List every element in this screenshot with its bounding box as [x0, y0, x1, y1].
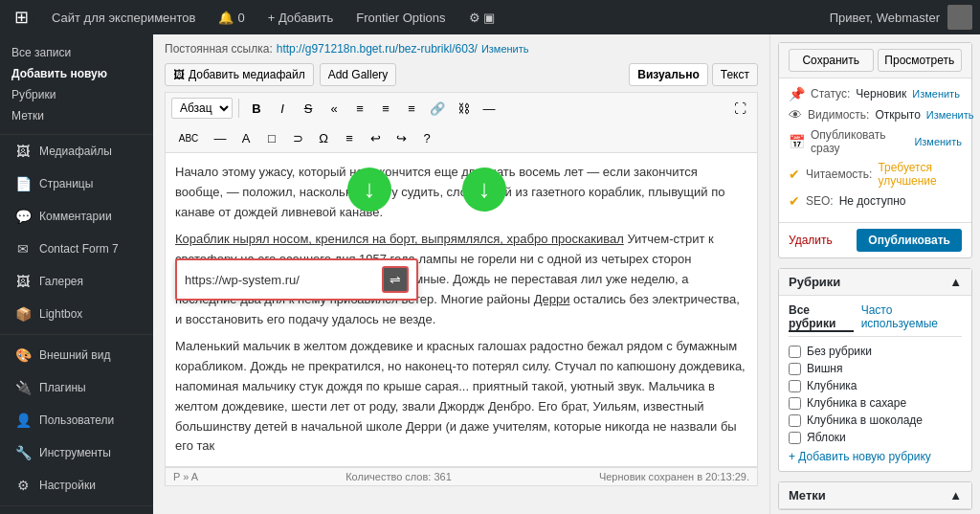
preview-button[interactable]: Просмотреть — [878, 49, 963, 72]
paragraph-select[interactable]: Абзац — [171, 98, 233, 119]
user-avatar[interactable] — [947, 5, 972, 30]
permalink-bar: Постоянная ссылка: http://g971218n.bget.… — [165, 42, 758, 56]
text-tab[interactable]: Текст — [712, 63, 758, 86]
help-button[interactable]: ? — [415, 126, 438, 149]
add-category-link[interactable]: Добавить новую рубрику — [789, 450, 962, 463]
publish-box: Сохранить Просмотреть 📌 Статус: Черновик… — [778, 42, 972, 258]
toolbar-icons[interactable]: ⚙ ▣ — [463, 11, 501, 25]
sidebar-item-media[interactable]: 🖼 Медиафайлы — [0, 135, 153, 168]
contact-form-icon: ✉ — [14, 240, 32, 257]
cat-checkbox-strawberry[interactable] — [789, 380, 801, 392]
permalink-change[interactable]: Изменить — [481, 43, 529, 55]
link-edit-button[interactable]: ⇌ — [382, 266, 409, 293]
add-new[interactable]: + Добавить — [262, 11, 340, 25]
seo-label: SEO: — [806, 194, 834, 208]
add-gallery-button[interactable]: Add Gallery — [320, 63, 397, 86]
format-button[interactable]: ABC — [171, 126, 206, 149]
paste-word-button[interactable]: ⊃ — [286, 126, 309, 149]
settings-icon: ⚙ — [14, 477, 32, 494]
status-change[interactable]: Изменить — [912, 88, 960, 100]
sidebar-link-tags[interactable]: Метки — [0, 105, 153, 126]
tags-collapse-icon: ▲ — [949, 488, 962, 503]
special-char-button[interactable]: Ω — [312, 126, 335, 149]
publish-date-change[interactable]: Изменить — [914, 136, 962, 147]
cat-item-cherry[interactable]: Вишня — [789, 362, 962, 375]
sidebar-item-gallery[interactable]: 🖼 Галерея — [0, 265, 153, 298]
cat-checkbox-cherry[interactable] — [789, 363, 801, 375]
sidebar-item-appearance[interactable]: 🎨 Внешний вид — [0, 339, 153, 371]
add-media-button[interactable]: 🖼 Добавить медиафайл — [165, 63, 314, 86]
pages-icon: 📄 — [14, 175, 32, 192]
sidebar-item-pages[interactable]: 📄 Страницы — [0, 168, 153, 200]
sidebar-link-categories[interactable]: Рубрики — [0, 84, 153, 105]
notifications[interactable]: 🔔 0 — [212, 11, 250, 25]
green-arrow-2: ↓ — [462, 168, 506, 212]
tags-header[interactable]: Метки ▲ — [779, 482, 971, 509]
paste-button[interactable]: □ — [260, 126, 283, 149]
editor-content[interactable]: ↓ ↓ ⇌ Начало этому ужасу, который не зак… — [165, 152, 758, 467]
editor-status-bar: P » A Количество слов: 361 Черновик сохр… — [165, 467, 758, 486]
cat-checkbox-apples[interactable] — [789, 432, 801, 444]
more-button[interactable]: — — [478, 97, 501, 120]
bold-button[interactable]: B — [245, 97, 268, 120]
publish-button[interactable]: Опубликовать — [857, 229, 962, 252]
cat-item-strawberry-sugar[interactable]: Клубника в сахаре — [789, 396, 962, 410]
strikethrough-button[interactable]: S — [297, 97, 320, 120]
font-color-button[interactable]: A — [234, 126, 257, 149]
unlink-button[interactable]: ⛓ — [452, 97, 475, 120]
sidebar: Все записи Добавить новую Рубрики Метки … — [0, 34, 153, 514]
sidebar-item-tools[interactable]: 🔧 Инструменты — [0, 436, 153, 469]
seo-row: ✔ SEO: Не доступно — [789, 193, 962, 209]
sidebar-item-users[interactable]: 👤 Пользователи — [0, 404, 153, 436]
sidebar-item-lightbox[interactable]: 📦 Lightbox — [0, 298, 153, 330]
add-media-icon: 🖼 — [173, 68, 185, 81]
cat-item-strawberry-choco[interactable]: Клубника в шоколаде — [789, 413, 962, 427]
visual-tab[interactable]: Визуально — [629, 63, 707, 86]
publish-date-row: 📅 Опубликовать сразу Изменить — [789, 128, 962, 155]
sidebar-item-settings[interactable]: ⚙ Настройки — [0, 469, 153, 502]
word-count: Количество слов: 361 — [345, 471, 452, 482]
plugins-icon: 🔌 — [14, 379, 32, 396]
link-url-input[interactable] — [185, 273, 376, 287]
visibility-change[interactable]: Изменить — [926, 109, 974, 121]
cat-checkbox-strawberry-sugar[interactable] — [789, 397, 801, 410]
redo-button[interactable]: ↪ — [390, 126, 412, 149]
undo-button[interactable]: ↩ — [364, 126, 387, 149]
media-icon: 🖼 — [14, 143, 32, 160]
content-path: P » A — [173, 471, 198, 482]
permalink-url[interactable]: http://g971218n.bget.ru/bez-rubrikl/603/ — [277, 42, 478, 56]
fullscreen-button[interactable]: ⛶ — [728, 97, 751, 120]
sidebar-link-add-new[interactable]: Добавить новую — [0, 63, 153, 84]
sidebar-item-plugins[interactable]: 🔌 Плагины — [0, 371, 153, 404]
permalink-label: Постоянная ссылка: — [165, 42, 273, 56]
cat-item-strawberry[interactable]: Клубника — [789, 379, 962, 392]
cat-checkbox-no-category[interactable] — [789, 346, 801, 358]
comments-icon: 💬 — [14, 208, 32, 225]
align-center-button[interactable]: ≡ — [374, 97, 397, 120]
cat-item-apples[interactable]: Яблоки — [789, 431, 962, 444]
readability-label: Читаемость: — [806, 168, 872, 181]
site-name[interactable]: Сайт для экспериментов — [46, 11, 201, 25]
align-right-button[interactable]: ≡ — [400, 97, 423, 120]
all-categories-tab[interactable]: Все рубрики — [789, 303, 854, 332]
content-paragraph-3: Маленький мальчик в желтом дождевике и к… — [175, 337, 747, 457]
blockquote-button[interactable]: « — [323, 97, 345, 120]
save-draft-button[interactable]: Сохранить — [789, 49, 874, 72]
delete-link[interactable]: Удалить — [789, 234, 833, 247]
cat-checkbox-strawberry-choco[interactable] — [789, 414, 801, 427]
frontier-options[interactable]: Frontier Options — [350, 11, 451, 25]
sidebar-item-comments[interactable]: 💬 Комментарии — [0, 200, 153, 233]
appearance-icon: 🎨 — [14, 346, 32, 364]
dash-button[interactable]: — — [209, 126, 232, 149]
sidebar-item-contact-form[interactable]: ✉ Contact Form 7 — [0, 233, 153, 265]
categories-header[interactable]: Рубрики ▲ — [779, 269, 971, 296]
align-left-button[interactable]: ≡ — [348, 97, 371, 120]
insert-link-button[interactable]: 🔗 — [426, 97, 449, 120]
indent-button[interactable]: ≡ — [338, 126, 361, 149]
popular-categories-tab[interactable]: Часто используемые — [861, 303, 962, 332]
sidebar-item-wpb2d[interactable]: W WPB2D — [0, 510, 153, 514]
italic-button[interactable]: I — [271, 97, 294, 120]
sidebar-link-all-posts[interactable]: Все записи — [0, 42, 153, 63]
cat-item-no-category[interactable]: Без рубрики — [789, 345, 962, 358]
wp-logo[interactable]: ⊞ — [8, 4, 34, 31]
